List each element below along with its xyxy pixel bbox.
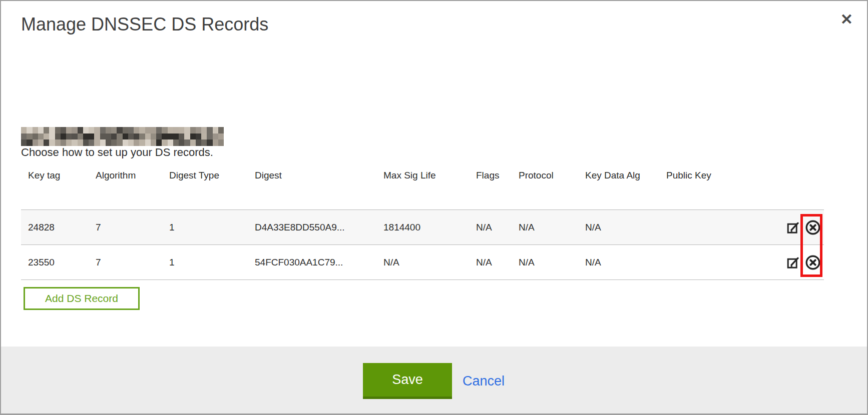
cell-max-sig-life: N/A <box>376 245 469 280</box>
cell-public-key <box>659 245 777 280</box>
add-ds-record-button[interactable]: Add DS Record <box>24 287 140 310</box>
x-circle-icon <box>805 254 821 270</box>
delete-record-button[interactable] <box>805 254 821 270</box>
column-header-actions <box>777 166 824 210</box>
cell-digest-type: 1 <box>162 245 248 280</box>
cell-public-key <box>659 210 777 245</box>
modal-footer: Save Cancel <box>1 346 867 414</box>
manage-dnssec-modal: Manage DNSSEC DS Records ✕ Choose how to… <box>0 0 868 415</box>
cell-flags: N/A <box>469 210 512 245</box>
table-header-row: Key tag Algorithm Digest Type Digest Max… <box>21 166 824 210</box>
table-row: 24828 7 1 D4A33E8DD550A9... 1814400 N/A … <box>21 210 824 245</box>
close-icon[interactable]: ✕ <box>840 12 853 27</box>
delete-record-button[interactable] <box>805 220 821 236</box>
edit-record-button[interactable] <box>787 221 800 234</box>
column-header-flags: Flags <box>469 166 512 210</box>
save-button[interactable]: Save <box>363 363 452 399</box>
column-header-max-sig-life: Max Sig Life <box>376 166 469 210</box>
cell-actions <box>777 245 824 280</box>
cell-key-data-alg: N/A <box>578 210 659 245</box>
column-header-key-data-alg: Key Data Alg <box>578 166 659 210</box>
cell-key-data-alg: N/A <box>578 245 659 280</box>
cell-protocol: N/A <box>512 245 578 280</box>
cell-actions <box>777 210 824 245</box>
column-header-public-key: Public Key <box>659 166 777 210</box>
edit-icon <box>787 221 800 234</box>
instruction-text: Choose how to set up your DS records. <box>21 146 213 159</box>
cell-digest-type: 1 <box>162 210 248 245</box>
cell-digest: D4A33E8DD550A9... <box>248 210 376 245</box>
column-header-digest: Digest <box>248 166 376 210</box>
column-header-key-tag: Key tag <box>21 166 89 210</box>
cell-flags: N/A <box>469 245 512 280</box>
table-row: 23550 7 1 54FCF030AA1C79... N/A N/A N/A … <box>21 245 824 280</box>
column-header-protocol: Protocol <box>512 166 578 210</box>
cell-protocol: N/A <box>512 210 578 245</box>
column-header-algorithm: Algorithm <box>89 166 162 210</box>
edit-record-button[interactable] <box>787 256 800 269</box>
page-title: Manage DNSSEC DS Records <box>21 14 268 35</box>
cell-key-tag: 24828 <box>21 210 89 245</box>
cell-digest: 54FCF030AA1C79... <box>248 245 376 280</box>
domain-name-redacted <box>21 127 224 146</box>
edit-icon <box>787 256 800 269</box>
column-header-digest-type: Digest Type <box>162 166 248 210</box>
cell-key-tag: 23550 <box>21 245 89 280</box>
cancel-link[interactable]: Cancel <box>463 374 505 389</box>
cell-algorithm: 7 <box>89 210 162 245</box>
ds-records-table: Key tag Algorithm Digest Type Digest Max… <box>21 166 824 280</box>
cell-max-sig-life: 1814400 <box>376 210 469 245</box>
x-circle-icon <box>805 220 821 236</box>
cell-algorithm: 7 <box>89 245 162 280</box>
